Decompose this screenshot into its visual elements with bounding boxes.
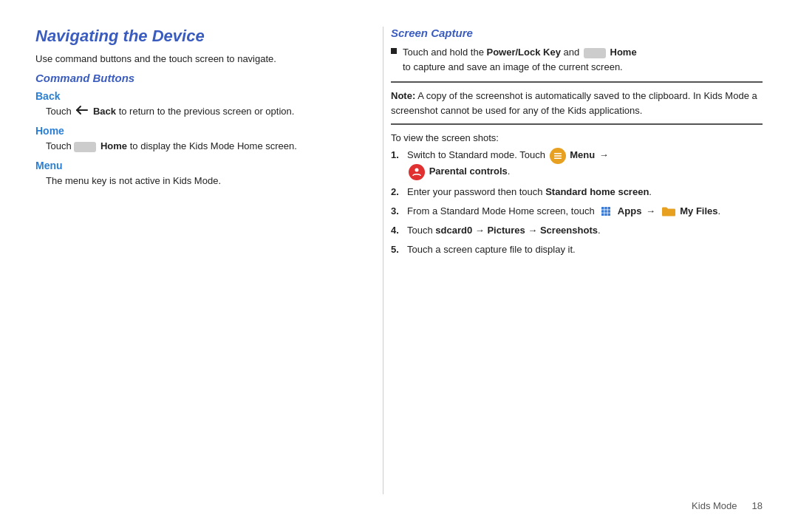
page-title: Navigating the Device [35,27,338,46]
menu-label: Menu [570,149,595,160]
standard-home-screen-bold: Standard home screen [545,186,649,197]
back-bold: Back [93,106,116,117]
home-heading: Home [35,125,338,137]
svg-rect-9 [608,210,611,213]
command-buttons-heading: Command Buttons [35,72,338,84]
home-bold: Home [100,140,127,151]
menu-heading: Menu [35,160,338,171]
arrow-1: → [599,149,609,160]
bullet1-suffix: to capture and save an image of the curr… [403,61,623,72]
menu-circle-icon [550,148,566,164]
left-column: Navigating the Device Use command button… [35,27,353,494]
svg-rect-2 [554,158,562,160]
footer-page-num: 18 [752,500,763,511]
view-shots-text: To view the screen shots: [391,132,763,143]
svg-point-3 [415,168,419,172]
step-1: 1. Switch to Standard mode. Touch Menu →… [391,148,763,180]
svg-rect-5 [604,207,607,210]
home-key-icon [74,142,96,152]
bullet1-and: and [564,47,580,58]
home-text-suffix: to display the Kids Mode Home screen. [130,140,297,151]
footer-label: Kids Mode [692,500,737,511]
step-4-num: 4. [391,223,404,238]
step-5: 5. Touch a screen capture file to displa… [391,242,763,257]
right-column: Screen Capture Touch and hold the Power/… [383,27,763,494]
home-key-small-icon [584,48,606,58]
power-lock-key-bold: Power/Lock Key [487,47,561,58]
svg-rect-7 [601,210,604,213]
svg-rect-12 [608,214,611,216]
step-5-num: 5. [391,242,404,257]
step-2-num: 2. [391,185,404,200]
step-2: 2. Enter your password then touch Standa… [391,185,763,200]
bullet-item-1: Touch and hold the Power/Lock Key and Ho… [391,45,763,74]
svg-rect-8 [604,210,607,213]
step-1-content: Switch to Standard mode. Touch Menu → Pa… [407,148,610,180]
back-description: Touch Back to return to the previous scr… [46,104,338,119]
step-4: 4. Touch sdcard0 → Pictures → Screenshot… [391,223,763,238]
step-5-content: Touch a screen capture file to display i… [407,242,576,257]
svg-rect-10 [601,214,604,216]
my-files-label: My Files [680,205,717,216]
back-icon [75,105,89,120]
step-1-num: 1. [391,148,404,163]
step-2-content: Enter your password then touch Standard … [407,185,652,200]
step-3: 3. From a Standard Mode Home screen, tou… [391,204,763,219]
apps-label: Apps [618,205,642,216]
back-heading: Back [35,90,338,102]
bullet-square [391,48,397,54]
svg-rect-6 [608,207,611,210]
page: Navigating the Device Use command button… [0,0,798,532]
sdcard-path-bold: sdcard0 → Pictures → Screenshots [435,225,598,236]
back-text-prefix: Touch [46,106,72,117]
back-text-suffix: to return to the previous screen or opti… [119,106,295,117]
note-label: Note: [391,90,415,101]
svg-rect-0 [554,153,562,154]
step-4-content: Touch sdcard0 → Pictures → Screenshots. [407,223,601,238]
home-bold-right: Home [610,47,637,58]
svg-rect-4 [601,207,604,210]
intro-text: Use command buttons and the touch screen… [35,53,338,64]
note-text: A copy of the screenshot is automaticall… [391,90,757,116]
menu-description: The menu key is not active in Kids Mode. [46,174,338,188]
apps-grid-icon [598,204,613,219]
step-3-num: 3. [391,204,404,219]
my-files-folder-icon [661,205,676,217]
bullet1-prefix: Touch and hold the [403,47,484,58]
home-description: Touch Home to display the Kids Mode Home… [46,139,338,154]
svg-rect-11 [604,214,607,216]
note-box: Note: A copy of the screenshot is automa… [391,81,763,125]
parental-controls-icon [409,164,425,180]
home-text-prefix: Touch [46,140,72,151]
screen-capture-heading: Screen Capture [391,27,763,39]
step-3-content: From a Standard Mode Home screen, touch [407,204,720,219]
svg-rect-1 [554,155,562,157]
parental-controls-label: Parental controls [429,166,508,177]
steps-list: 1. Switch to Standard mode. Touch Menu →… [391,148,763,256]
footer: Kids Mode 18 [35,494,763,511]
bullet-text: Touch and hold the Power/Lock Key and Ho… [403,45,637,74]
arrow-2: → [646,205,655,216]
